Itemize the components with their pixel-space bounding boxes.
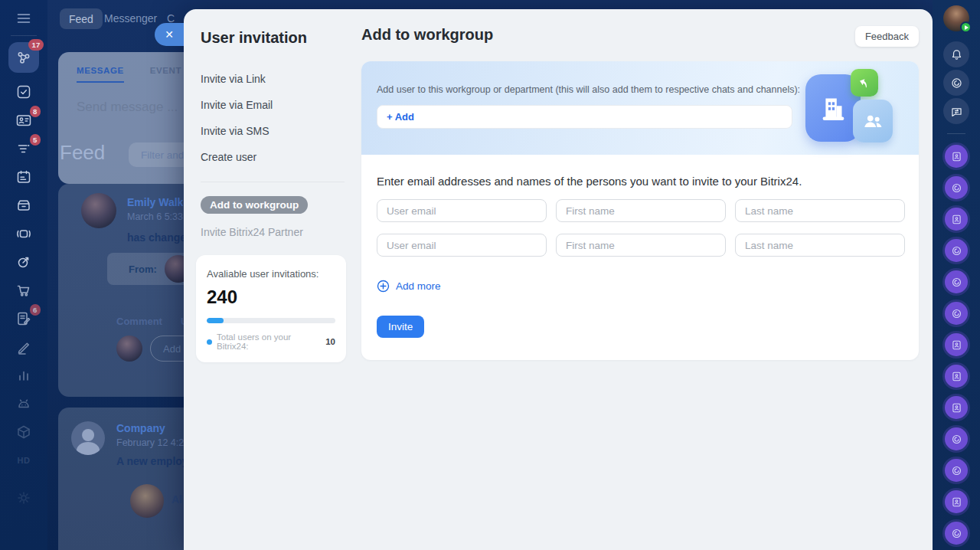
mention-text: Al [172,493,182,506]
invitation-menu: Invite via Link Invite via Email Invite … [201,72,345,165]
sidebar-item-video[interactable] [15,224,33,243]
sidebar-item-pen[interactable] [15,338,33,356]
sidebar-item-hd[interactable]: HD [15,451,33,470]
user-avatar[interactable] [943,5,969,31]
chat-transfer-button[interactable] [943,98,969,124]
video-icon [15,224,33,243]
user-email-input[interactable] [377,199,547,222]
copilot-icon [950,433,963,446]
app-root: Feed Messenger C MESSAGE EVENT Send mess… [0,0,980,550]
hamburger-icon[interactable] [15,9,33,28]
menu-item-invite-partner[interactable]: Invite Bitrix24 Partner [201,226,345,238]
add-more-label: Add more [396,280,441,292]
workgroup-select-input[interactable]: + Add [377,105,792,129]
chat-item-copilot[interactable] [945,270,968,293]
contact-book-icon [950,370,963,383]
tab-feed[interactable]: Feed [60,8,103,29]
chat-item-contact[interactable] [945,490,968,513]
tab-messenger[interactable]: Messenger [104,12,157,25]
tasks-icon [15,83,33,101]
sidebar-item-ai[interactable] [15,394,33,413]
chat-item-contact[interactable] [945,333,968,356]
chat-item-copilot[interactable] [945,427,968,450]
copilot-icon [949,76,964,90]
chat-item-contact[interactable] [945,396,968,419]
menu-item-invite-sms[interactable]: Invite via SMS [201,124,345,139]
close-icon: ✕ [165,28,174,41]
user-email-input[interactable] [377,234,547,257]
add-workgroup-button[interactable]: + Add [387,111,414,123]
feedback-button[interactable]: Feedback [855,26,919,47]
menu-item-invite-link[interactable]: Invite via Link [201,72,345,87]
last-name-input[interactable] [735,199,905,222]
quota-label: Avaliable user invitations: [207,268,335,280]
sidebar-item-box[interactable] [15,423,33,441]
workgroup-illustration [805,69,900,149]
reply-arrow-icon [851,69,878,97]
company-avatar[interactable] [71,421,105,455]
post-author[interactable]: Company [116,422,184,434]
menu-item-add-to-workgroup[interactable]: Add to workgroup [201,196,308,214]
crm-badge: 5 [30,134,41,146]
page-title: Add to workgroup [361,26,493,44]
first-name-input[interactable] [556,199,726,222]
menu-item-invite-email[interactable]: Invite via Email [201,98,345,113]
drive-icon [15,196,33,214]
sidebar-item-analytics[interactable] [15,366,33,385]
contact-book-icon [950,339,963,352]
sidebar-item-employees[interactable]: 8 [15,111,33,129]
add-more-button[interactable]: Add more [377,280,441,293]
notifications-button[interactable] [943,41,969,67]
copilot-icon [950,464,963,477]
chat-item-copilot[interactable] [945,459,968,482]
right-sidebar [933,0,980,550]
menu-item-create-user[interactable]: Create user [201,150,345,165]
sidebar-item-shop[interactable] [15,281,33,300]
shop-icon [15,281,33,300]
contact-book-icon [950,496,963,509]
chat-item-contact[interactable] [945,208,968,231]
sidebar-item-crm[interactable]: 5 [15,139,33,158]
quota-count: 240 [207,286,335,308]
chat-item-copilot[interactable] [945,239,968,262]
last-name-input[interactable] [735,234,905,257]
avatar[interactable] [81,193,116,228]
settings-icon [15,489,33,507]
comment-link[interactable]: Comment [116,316,162,327]
tab-message[interactable]: MESSAGE [77,66,124,83]
tab-event[interactable]: EVENT [150,66,181,83]
sidebar-item-marketing[interactable] [15,253,33,271]
chat-item-copilot[interactable] [945,176,968,199]
add-to-workgroup-section: Add to workgroup Feedback Add user to th… [360,9,933,550]
sidebar-item-drive[interactable] [15,196,33,214]
sidebar-item-feed[interactable]: 17 [8,42,39,73]
first-name-input[interactable] [556,234,726,257]
pen-icon [15,338,33,356]
sidebar-item-tasks[interactable] [15,83,33,101]
quota-dot-icon [207,339,212,345]
contact-book-icon [950,150,963,163]
chat-item-contact[interactable] [945,365,968,388]
invite-button[interactable]: Invite [377,316,424,338]
copilot-button[interactable] [943,70,969,96]
quota-progress-track [207,318,335,323]
quote-label: From: [129,264,157,275]
chat-item-copilot[interactable] [945,522,968,545]
sidebar-item-sign[interactable]: 6 [15,309,33,328]
avatar[interactable] [130,484,164,518]
chat-transfer-icon [949,104,964,119]
sidebar-item-calendar[interactable] [15,168,33,186]
invitation-quota-card: Avaliable user invitations: 240 Total us… [196,255,346,362]
workgroup-hero: Add user to this workgroup or department… [361,61,919,155]
invite-row [377,199,905,222]
chat-item-contact[interactable] [945,145,968,168]
contact-book-icon [950,213,963,226]
post-body: A new employ [116,455,188,467]
copilot-icon [950,307,963,320]
chat-item-copilot[interactable] [945,302,968,325]
avatar[interactable] [116,336,142,362]
copilot-icon [950,276,963,289]
hero-description: Add user to this workgroup or department… [377,84,800,95]
close-button[interactable]: ✕ [155,23,184,46]
sidebar-item-settings[interactable] [15,489,33,507]
